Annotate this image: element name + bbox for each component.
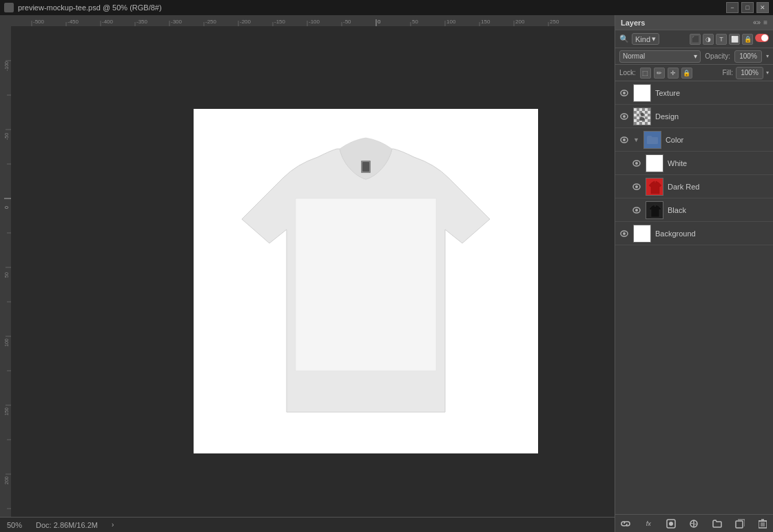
group-chevron-color[interactable]: ▼ [633, 136, 639, 143]
svg-point-70 [635, 209, 638, 212]
ruler-corner [0, 15, 11, 26]
layer-effects-btn[interactable]: fx [642, 518, 655, 530]
new-layer-btn[interactable] [734, 518, 746, 530]
visibility-white[interactable] [632, 158, 641, 168]
visibility-design[interactable] [619, 112, 629, 121]
layer-dark-red[interactable]: Dark Red [615, 175, 773, 198]
panel-menu-icon[interactable]: ≡ [763, 19, 767, 26]
svg-point-74 [669, 522, 673, 526]
svg-rect-33 [0, 26, 11, 532]
svg-text:-250: -250 [205, 19, 217, 25]
zoom-level: 50% [7, 521, 22, 529]
filter-type-icon[interactable]: T [716, 34, 727, 45]
fill-input[interactable]: 100% [736, 67, 763, 79]
layers-toolbar: fx [615, 514, 773, 532]
delete-layer-btn[interactable] [756, 518, 769, 530]
ruler-horizontal: -500 -450 -400 -350 -300 -250 -200 -150 [11, 15, 615, 26]
opacity-value-text: 100% [739, 52, 757, 60]
thumb-background [633, 225, 651, 243]
visibility-background[interactable] [619, 229, 629, 238]
svg-point-66 [635, 162, 638, 165]
svg-text:-50: -50 [343, 19, 351, 25]
lock-label: Lock: [619, 69, 636, 76]
maximize-button[interactable]: □ [741, 2, 754, 13]
layer-white-name: White [668, 159, 769, 167]
layer-white[interactable]: White [615, 152, 773, 175]
filter-smart-icon[interactable]: 🔒 [742, 34, 753, 45]
svg-point-68 [635, 185, 638, 188]
canvas-area: -500 -450 -400 -350 -300 -250 -200 -150 [0, 15, 615, 532]
visibility-dark-red[interactable] [632, 182, 641, 192]
lock-transparent-btn[interactable]: ⬚ [640, 68, 651, 79]
filter-shape-icon[interactable]: ⬜ [729, 34, 740, 45]
svg-text:50: 50 [4, 272, 9, 278]
layer-color-group-name: Color [666, 136, 769, 144]
layer-texture[interactable]: Texture [615, 81, 773, 105]
layer-black[interactable]: Black [615, 198, 773, 222]
tshirt-image [221, 123, 511, 440]
thumb-design [633, 108, 651, 125]
window-title: preview-mockup-tee.psd @ 50% (RGB/8#) [18, 3, 162, 12]
thumb-dark-red [646, 178, 663, 196]
fill-arrow: ▾ [766, 70, 769, 76]
filter-adjust-icon[interactable]: ◑ [703, 34, 714, 45]
svg-rect-57 [362, 162, 369, 172]
thumb-black [646, 201, 663, 219]
panel-collapse-icon[interactable]: «» [753, 19, 761, 26]
fill-value-text: 100% [741, 69, 759, 76]
search-icon: 🔍 [619, 34, 629, 43]
fill-label: Fill: [722, 69, 733, 76]
filter-type-icons[interactable]: ⬛ ◑ T ⬜ 🔒 [690, 34, 769, 45]
add-mask-btn[interactable] [665, 518, 677, 530]
window-controls[interactable]: − □ ✕ [726, 2, 769, 13]
svg-point-61 [623, 115, 626, 118]
layers-panel: Layers «» ≡ 🔍 Kind ▾ ⬛ ◑ T ⬜ 🔒 [615, 15, 773, 532]
visibility-color[interactable] [619, 135, 629, 145]
svg-text:100: 100 [4, 338, 9, 347]
layer-design[interactable]: Design [615, 105, 773, 128]
filter-kind-dropdown[interactable]: Kind ▾ [632, 33, 659, 45]
svg-text:-100: -100 [309, 19, 320, 25]
filter-kind-arrow: ▾ [652, 34, 656, 43]
layer-background[interactable]: Background [615, 222, 773, 245]
opacity-input[interactable]: 100% [734, 50, 762, 63]
svg-text:250: 250 [550, 19, 559, 25]
blend-mode-value: Normal [623, 52, 645, 60]
status-arrow[interactable]: › [112, 521, 114, 529]
status-bar: 50% Doc: 2.86M/16.2M › [0, 517, 615, 532]
blend-mode-arrow: ▾ [694, 52, 697, 60]
svg-point-59 [623, 92, 626, 94]
layer-design-name: Design [655, 112, 769, 121]
lock-pixels-btn[interactable]: ✏ [654, 68, 665, 79]
new-group-btn[interactable] [711, 518, 723, 530]
svg-text:-150: -150 [274, 19, 286, 25]
close-button[interactable]: ✕ [756, 2, 769, 13]
filter-pixel-icon[interactable]: ⬛ [690, 34, 701, 45]
svg-text:-200: -200 [240, 19, 251, 25]
ruler-vertical: -100 -50 0 50 100 150 [0, 26, 11, 532]
visibility-texture[interactable] [619, 88, 629, 98]
link-layers-btn[interactable] [619, 518, 632, 530]
svg-text:50: 50 [412, 19, 418, 25]
new-adjustment-btn[interactable] [688, 518, 700, 530]
svg-text:0: 0 [4, 206, 9, 209]
lock-all-btn[interactable]: 🔒 [681, 68, 692, 79]
layer-texture-name: Texture [655, 89, 769, 97]
blend-mode-dropdown[interactable]: Normal ▾ [619, 50, 701, 63]
svg-text:150: 150 [481, 19, 491, 25]
layers-list: Texture Design [615, 81, 773, 514]
panel-header-icons[interactable]: «» ≡ [753, 19, 767, 26]
svg-text:100: 100 [446, 19, 456, 25]
svg-text:-50: -50 [4, 133, 9, 140]
svg-text:-500: -500 [33, 19, 45, 25]
lock-position-btn[interactable]: ✛ [668, 68, 679, 79]
visibility-black[interactable] [632, 205, 641, 215]
thumb-white [646, 154, 663, 172]
svg-point-72 [623, 232, 626, 235]
layer-dark-red-name: Dark Red [668, 183, 769, 191]
filter-toggle[interactable] [755, 34, 769, 42]
layers-filter-row: 🔍 Kind ▾ ⬛ ◑ T ⬜ 🔒 [615, 30, 773, 48]
minimize-button[interactable]: − [726, 2, 739, 13]
layer-color-group[interactable]: ▼ Color [615, 128, 773, 152]
svg-text:-400: -400 [102, 19, 114, 25]
